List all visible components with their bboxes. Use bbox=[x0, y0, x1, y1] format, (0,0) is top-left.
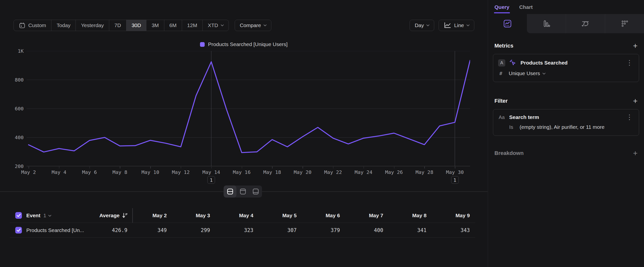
tab-chart[interactable]: Chart bbox=[519, 0, 533, 14]
x-axis-tick bbox=[394, 166, 394, 168]
filter-heading: Filter bbox=[494, 98, 508, 104]
date-column-header: May 4 bbox=[210, 212, 253, 218]
average-sort-header[interactable]: Average bbox=[98, 212, 128, 218]
query-sidebar: Query Chart Metrics bbox=[488, 0, 644, 267]
x-axis-tick bbox=[120, 166, 120, 168]
metric-card[interactable]: A Products Searched ⋮ # Unique Users bbox=[493, 54, 639, 82]
date-range-yesterday[interactable]: Yesterday bbox=[76, 20, 109, 31]
string-property-icon: Aa bbox=[498, 115, 505, 120]
date-range-12m[interactable]: 12M bbox=[182, 20, 202, 31]
compare-label: Compare bbox=[240, 23, 261, 28]
metric-options-kebab[interactable]: ⋮ bbox=[625, 60, 634, 65]
legend-swatch bbox=[200, 42, 205, 47]
chart-only-view-button[interactable] bbox=[236, 185, 249, 197]
metrics-section-header: Metrics + bbox=[488, 43, 644, 49]
filter-operator[interactable]: Is bbox=[509, 124, 513, 130]
x-axis-tick bbox=[364, 166, 364, 168]
chart-toolbar: CustomTodayYesterday7D30D3M6M12MXTD Comp… bbox=[14, 20, 474, 31]
x-axis-tick bbox=[455, 166, 455, 168]
measure-dropdown[interactable]: Unique Users bbox=[509, 71, 545, 76]
row-series-label: Products Searched [Un... bbox=[26, 227, 84, 233]
date-cell-value: 349 bbox=[128, 227, 167, 233]
date-cell-value: 323 bbox=[210, 227, 253, 233]
split-view-button[interactable] bbox=[224, 185, 236, 197]
x-axis-tick bbox=[90, 166, 90, 168]
measure-label: Unique Users bbox=[509, 71, 540, 76]
view-tab-flows[interactable] bbox=[566, 14, 605, 33]
granularity-button[interactable]: Day bbox=[410, 20, 434, 31]
date-range-label: 7D bbox=[114, 23, 121, 28]
event-column-label: Event bbox=[26, 212, 40, 218]
date-range-custom[interactable]: Custom bbox=[14, 20, 51, 31]
filter-property-name: Search term bbox=[509, 114, 621, 120]
x-axis-tick bbox=[333, 166, 334, 168]
x-axis-tick-label: May 26 bbox=[379, 169, 409, 175]
view-tab-insights[interactable] bbox=[488, 14, 527, 33]
filter-options-kebab[interactable]: ⋮ bbox=[625, 115, 634, 120]
date-range-30d[interactable]: 30D bbox=[126, 20, 146, 31]
date-range-today[interactable]: Today bbox=[51, 20, 76, 31]
report-panel: CustomTodayYesterday7D30D3M6M12MXTD Comp… bbox=[0, 0, 488, 267]
date-cell-value: 299 bbox=[167, 227, 210, 233]
x-axis-tick-label: May 24 bbox=[349, 169, 378, 175]
x-axis-tick-label: May 4 bbox=[44, 169, 74, 175]
view-tab-more[interactable] bbox=[605, 14, 644, 33]
date-cell-value: 379 bbox=[297, 227, 340, 233]
table-only-view-button[interactable] bbox=[249, 185, 262, 197]
table-column-divider bbox=[132, 208, 133, 223]
table-row: Products Searched [Un... 426.9 349299323… bbox=[10, 223, 475, 238]
compare-button[interactable]: Compare bbox=[235, 20, 271, 31]
event-column-dropdown[interactable]: Event 1 bbox=[26, 212, 51, 218]
date-range-label: 6M bbox=[170, 23, 176, 28]
chart-y-axis: 1K800600400200 bbox=[8, 51, 24, 174]
x-axis-tick-label: May 12 bbox=[166, 169, 196, 175]
annotation-badge[interactable]: 1 bbox=[207, 176, 215, 184]
chevron-down-icon bbox=[466, 23, 470, 26]
view-tab-bars[interactable] bbox=[527, 14, 566, 33]
date-column-header: May 5 bbox=[253, 212, 297, 218]
line-chart-icon bbox=[444, 22, 451, 29]
tab-query[interactable]: Query bbox=[494, 0, 510, 14]
filter-section-header: Filter + bbox=[488, 98, 644, 104]
chevron-down-icon bbox=[264, 23, 267, 26]
add-breakdown-button[interactable]: + bbox=[633, 151, 638, 156]
date-column-header: May 3 bbox=[167, 212, 210, 218]
date-column-header: May 8 bbox=[383, 212, 426, 218]
date-range-3m[interactable]: 3M bbox=[146, 20, 164, 31]
granularity-label: Day bbox=[415, 23, 424, 28]
calendar-icon bbox=[19, 22, 25, 29]
select-all-checkbox[interactable] bbox=[15, 212, 22, 219]
date-range-7d[interactable]: 7D bbox=[109, 20, 126, 31]
breakdown-section-header: Breakdown + bbox=[488, 150, 644, 156]
date-range-6m[interactable]: 6M bbox=[164, 20, 182, 31]
date-cell-value: 343 bbox=[426, 227, 470, 233]
chevron-down-icon bbox=[48, 213, 52, 217]
filter-card[interactable]: Aa Search term ⋮ Is (empty string), Air … bbox=[493, 109, 639, 136]
x-axis-tick bbox=[272, 166, 272, 168]
chart-legend[interactable]: Products Searched [Unique Users] bbox=[0, 40, 488, 49]
x-axis-tick bbox=[181, 166, 181, 168]
x-axis-tick bbox=[150, 166, 151, 168]
date-column-header: May 9 bbox=[426, 212, 470, 218]
measure-type-symbol: # bbox=[499, 71, 504, 76]
x-axis-tick-label: May 16 bbox=[227, 169, 256, 175]
row-checkbox[interactable] bbox=[15, 227, 22, 233]
breakdown-heading: Breakdown bbox=[494, 150, 524, 156]
date-range-label: XTD bbox=[208, 23, 218, 28]
date-cell-value: 341 bbox=[383, 227, 426, 233]
table-only-view-icon bbox=[252, 188, 259, 195]
date-range-xtd[interactable]: XTD bbox=[202, 20, 228, 31]
date-range-label: Today bbox=[56, 23, 70, 28]
insights-chart-icon bbox=[503, 19, 512, 28]
flows-icon bbox=[581, 19, 590, 28]
chart-plot[interactable] bbox=[26, 51, 470, 166]
date-range-label: Yesterday bbox=[81, 23, 104, 28]
chart-type-button[interactable]: Line bbox=[438, 20, 474, 31]
filter-value[interactable]: (empty string), Air purifier, or 11 more bbox=[520, 124, 604, 130]
annotation-badge[interactable]: 1 bbox=[451, 176, 459, 184]
view-type-tabs bbox=[488, 14, 644, 33]
x-axis-tick-label: May 28 bbox=[410, 169, 439, 175]
y-axis-tick-label: 600 bbox=[8, 106, 24, 112]
add-filter-button[interactable]: + bbox=[633, 99, 638, 103]
add-metric-button[interactable]: + bbox=[633, 43, 638, 48]
